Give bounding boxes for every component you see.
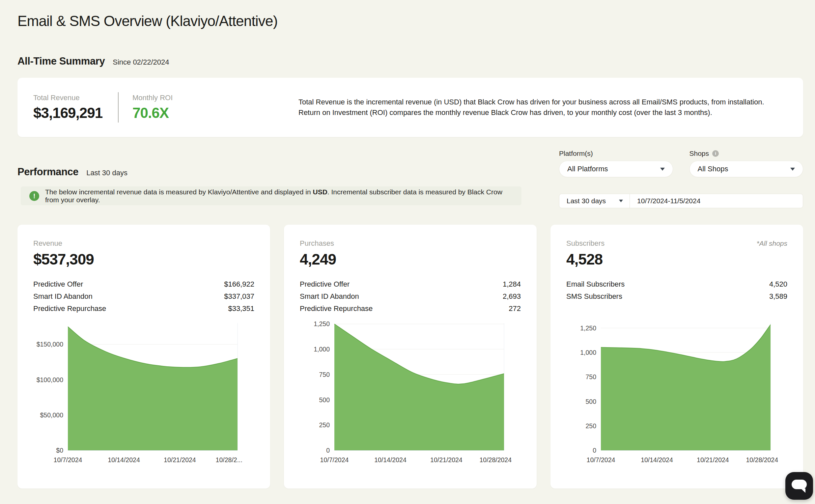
breakdown-value: $33,351 bbox=[228, 302, 254, 315]
performance-range-label: Last 30 days bbox=[86, 169, 127, 177]
info-banner-text: The below incremental revenue data is me… bbox=[45, 188, 513, 204]
svg-text:500: 500 bbox=[585, 398, 596, 405]
card-breakdown: Email Subscribers4,520SMS Subscribers3,5… bbox=[566, 278, 787, 315]
breakdown-row: Smart ID Abandon$337,037 bbox=[33, 290, 254, 302]
svg-text:10/7/2024: 10/7/2024 bbox=[54, 456, 82, 463]
breakdown-value: 3,589 bbox=[769, 290, 787, 302]
monthly-roi-label: Monthly ROI bbox=[132, 94, 185, 102]
breakdown-row: Predictive Repurchase272 bbox=[300, 302, 521, 315]
svg-text:10/28/2024: 10/28/2024 bbox=[479, 456, 512, 463]
info-banner: ! The below incremental revenue data is … bbox=[21, 186, 521, 205]
date-range-control: Last 30 days 10/7/2024-11/5/2024 bbox=[559, 194, 803, 208]
metric-cards-grid: Revenue $537,309 Predictive Offer$166,92… bbox=[17, 225, 803, 489]
svg-text:10/28/2...: 10/28/2... bbox=[216, 456, 242, 463]
svg-text:10/7/2024: 10/7/2024 bbox=[587, 456, 615, 463]
breakdown-value: 4,520 bbox=[769, 278, 787, 290]
breakdown-label: SMS Subscribers bbox=[566, 290, 622, 302]
area-chart: $0$50,000$100,000$150,00010/7/202410/14/… bbox=[33, 319, 254, 467]
breakdown-row: SMS Subscribers3,589 bbox=[566, 290, 787, 302]
card-breakdown: Predictive Offer$166,922Smart ID Abandon… bbox=[33, 278, 254, 315]
svg-text:10/14/2024: 10/14/2024 bbox=[108, 456, 140, 463]
breakdown-value: 272 bbox=[509, 302, 521, 315]
chat-bubble-icon bbox=[785, 472, 813, 500]
breakdown-row: Predictive Offer$166,922 bbox=[33, 278, 254, 290]
metric-card: Revenue $537,309 Predictive Offer$166,92… bbox=[17, 225, 270, 489]
svg-text:1,000: 1,000 bbox=[314, 346, 330, 353]
total-revenue-value: $3,169,291 bbox=[33, 105, 118, 121]
breakdown-label: Predictive Offer bbox=[33, 278, 83, 290]
svg-text:10/14/2024: 10/14/2024 bbox=[374, 456, 407, 463]
performance-header: Performance Last 30 days bbox=[17, 166, 522, 178]
shops-select[interactable]: All Shops bbox=[689, 161, 803, 177]
platform-filter-group: Platform(s) All Platforms bbox=[559, 150, 673, 177]
chat-widget-button[interactable] bbox=[785, 472, 813, 500]
platform-select[interactable]: All Platforms bbox=[559, 161, 673, 177]
card-note: *All shops bbox=[757, 239, 787, 247]
chevron-down-icon bbox=[790, 168, 795, 171]
card-total-value: $537,309 bbox=[33, 250, 254, 268]
area-chart: 02505007501,0001,25010/7/202410/14/20241… bbox=[300, 319, 521, 467]
svg-text:$50,000: $50,000 bbox=[40, 411, 64, 419]
total-revenue-label: Total Revenue bbox=[33, 94, 118, 102]
info-icon[interactable]: i bbox=[712, 150, 719, 157]
breakdown-label: Smart ID Abandon bbox=[300, 290, 359, 302]
shops-filter-group: Shops i All Shops bbox=[689, 150, 803, 177]
svg-text:0: 0 bbox=[593, 447, 596, 454]
platform-filter-label: Platform(s) bbox=[559, 150, 673, 157]
breakdown-value: $166,922 bbox=[224, 278, 254, 290]
date-preset-select[interactable]: Last 30 days bbox=[559, 194, 630, 208]
page-title: Email & SMS Overview (Klaviyo/Attentive) bbox=[17, 0, 803, 30]
svg-text:$100,000: $100,000 bbox=[37, 376, 63, 383]
card-total-value: 4,249 bbox=[300, 250, 521, 268]
breakdown-row: Predictive Repurchase$33,351 bbox=[33, 302, 254, 315]
chevron-down-icon bbox=[660, 168, 665, 171]
svg-text:1,000: 1,000 bbox=[580, 349, 596, 356]
area-chart: 02505007501,0001,25010/7/202410/14/20241… bbox=[566, 319, 787, 467]
svg-text:250: 250 bbox=[319, 421, 330, 429]
svg-text:750: 750 bbox=[585, 373, 596, 380]
breakdown-value: 1,284 bbox=[503, 278, 521, 290]
card-total-value: 4,528 bbox=[566, 250, 787, 268]
metric-card: Subscribers *All shops 4,528 Email Subsc… bbox=[550, 225, 803, 489]
svg-text:$150,000: $150,000 bbox=[37, 341, 63, 348]
breakdown-label: Predictive Repurchase bbox=[300, 302, 373, 315]
exclamation-circle-icon: ! bbox=[29, 191, 39, 201]
svg-text:10/21/2024: 10/21/2024 bbox=[164, 456, 196, 463]
shops-filter-label: Shops i bbox=[689, 150, 803, 157]
svg-text:10/14/2024: 10/14/2024 bbox=[641, 456, 673, 463]
monthly-roi-metric: Monthly ROI 70.6X bbox=[119, 94, 185, 121]
svg-text:1,250: 1,250 bbox=[314, 320, 330, 327]
all-time-since-label: Since 02/22/2024 bbox=[113, 58, 169, 67]
card-title: Revenue bbox=[33, 239, 62, 248]
breakdown-label: Predictive Offer bbox=[300, 278, 350, 290]
svg-text:10/28/2024: 10/28/2024 bbox=[746, 456, 778, 463]
svg-text:1,250: 1,250 bbox=[580, 324, 596, 332]
platform-select-value: All Platforms bbox=[567, 165, 608, 173]
svg-text:10/21/2024: 10/21/2024 bbox=[697, 456, 729, 463]
breakdown-label: Email Subscribers bbox=[566, 278, 625, 290]
svg-text:10/21/2024: 10/21/2024 bbox=[430, 456, 463, 463]
breakdown-row: Smart ID Abandon2,693 bbox=[300, 290, 521, 302]
summary-description: Total Revenue is the incremental revenue… bbox=[298, 97, 787, 118]
date-preset-value: Last 30 days bbox=[567, 197, 606, 205]
breakdown-label: Smart ID Abandon bbox=[33, 290, 93, 302]
total-revenue-metric: Total Revenue $3,169,291 bbox=[33, 94, 118, 121]
breakdown-value: 2,693 bbox=[503, 290, 521, 302]
metric-card: Purchases 4,249 Predictive Offer1,284Sma… bbox=[284, 225, 537, 489]
svg-text:$0: $0 bbox=[56, 447, 63, 454]
date-range-input[interactable]: 10/7/2024-11/5/2024 bbox=[630, 197, 803, 205]
breakdown-row: Email Subscribers4,520 bbox=[566, 278, 787, 290]
all-time-summary-card: Total Revenue $3,169,291 Monthly ROI 70.… bbox=[17, 78, 803, 137]
shops-select-value: All Shops bbox=[698, 165, 728, 173]
card-title: Subscribers bbox=[566, 239, 604, 248]
svg-text:750: 750 bbox=[319, 371, 330, 378]
svg-text:500: 500 bbox=[319, 396, 330, 404]
card-breakdown: Predictive Offer1,284Smart ID Abandon2,6… bbox=[300, 278, 521, 315]
monthly-roi-value: 70.6X bbox=[132, 105, 185, 121]
chevron-down-icon bbox=[619, 200, 623, 202]
all-time-summary-header: All-Time Summary Since 02/22/2024 bbox=[17, 55, 803, 67]
all-time-summary-heading: All-Time Summary bbox=[17, 55, 105, 67]
breakdown-value: $337,037 bbox=[224, 290, 254, 302]
breakdown-label: Predictive Repurchase bbox=[33, 302, 106, 315]
svg-text:0: 0 bbox=[326, 447, 330, 454]
